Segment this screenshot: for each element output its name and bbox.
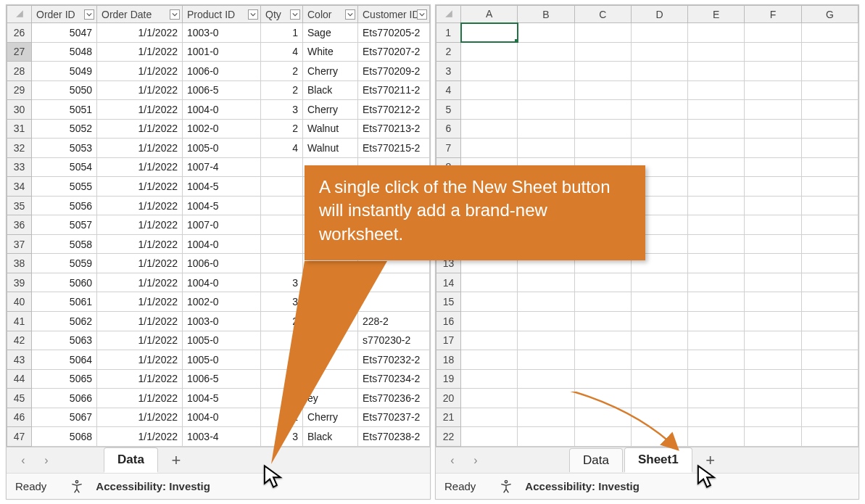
select-all-cell[interactable] (7, 6, 32, 23)
cell[interactable] (631, 292, 687, 312)
cell[interactable] (461, 273, 518, 292)
cell[interactable]: 1/1/2022 (97, 369, 183, 389)
row-header[interactable]: 30 (7, 100, 32, 120)
column-header[interactable]: A (461, 6, 518, 23)
cell[interactable]: 1003-0 (183, 311, 261, 331)
cell[interactable] (574, 350, 631, 370)
cell[interactable] (745, 139, 801, 158)
cell[interactable] (688, 119, 745, 139)
cell[interactable] (518, 389, 574, 408)
row-header[interactable]: 5 (436, 100, 461, 120)
cell[interactable]: 1/1/2022 (97, 350, 183, 370)
cell[interactable]: 1/1/2022 (97, 311, 183, 331)
row-header[interactable]: 31 (7, 119, 32, 139)
cell[interactable]: s770230-2 (358, 331, 430, 350)
cell[interactable] (631, 331, 687, 350)
cell[interactable] (574, 369, 631, 389)
cell[interactable]: 1006-5 (183, 80, 261, 100)
cell[interactable] (261, 389, 303, 408)
cell[interactable]: 1/1/2022 (97, 331, 183, 350)
cell[interactable] (574, 311, 631, 331)
row-header[interactable]: 36 (7, 215, 32, 235)
cell[interactable] (745, 254, 801, 273)
row-header[interactable]: 33 (7, 157, 32, 177)
cell[interactable] (801, 369, 858, 389)
cell[interactable]: Sage (303, 23, 358, 43)
cell[interactable]: 5049 (32, 62, 97, 81)
cell[interactable] (518, 273, 574, 292)
cell[interactable] (801, 389, 858, 408)
cell[interactable] (745, 234, 801, 254)
column-header[interactable]: D (631, 6, 687, 23)
cell[interactable] (461, 42, 518, 62)
cell[interactable] (688, 196, 745, 215)
cell[interactable] (801, 80, 858, 100)
cell[interactable] (801, 331, 858, 350)
cell[interactable] (574, 23, 631, 43)
row-header[interactable]: 42 (7, 331, 32, 350)
cell[interactable] (688, 331, 745, 350)
cell[interactable] (631, 80, 687, 100)
cell[interactable] (631, 427, 687, 447)
filter-dropdown-icon[interactable] (417, 9, 427, 20)
cell[interactable]: 1005-0 (183, 139, 261, 158)
cell[interactable]: 5054 (32, 157, 97, 177)
row-header[interactable]: 4 (436, 80, 461, 100)
filter-dropdown-icon[interactable] (248, 9, 258, 20)
cell[interactable]: 1/1/2022 (97, 119, 183, 139)
cell[interactable]: 1/1/2022 (97, 273, 183, 292)
cell[interactable] (801, 42, 858, 62)
row-header[interactable]: 3 (436, 62, 461, 81)
cell[interactable]: 1004-0 (183, 234, 261, 254)
column-header[interactable]: Qty (261, 6, 303, 23)
row-header[interactable]: 29 (7, 80, 32, 100)
cell[interactable]: 1007-0 (183, 215, 261, 235)
cell[interactable]: 2 (261, 80, 303, 100)
cell[interactable]: 1003-4 (183, 427, 261, 447)
cell[interactable] (745, 389, 801, 408)
cell[interactable] (574, 100, 631, 120)
cell[interactable]: 1004-5 (183, 177, 261, 197)
cell[interactable] (261, 215, 303, 235)
cell[interactable]: 3 (261, 273, 303, 292)
cell[interactable] (688, 273, 745, 292)
cell[interactable] (461, 119, 518, 139)
tab-nav-prev[interactable]: ‹ (12, 451, 34, 470)
cell[interactable]: Cherry (303, 408, 358, 427)
tab-nav-prev[interactable]: ‹ (442, 451, 463, 470)
cell[interactable] (688, 408, 745, 427)
cell[interactable] (631, 273, 687, 292)
cell[interactable] (745, 119, 801, 139)
cell[interactable] (801, 273, 858, 292)
cell[interactable] (801, 427, 858, 447)
cell[interactable]: 2 (261, 119, 303, 139)
cell[interactable] (688, 157, 745, 177)
cell[interactable] (358, 292, 430, 312)
cell[interactable]: 4 (261, 139, 303, 158)
cell[interactable] (574, 331, 631, 350)
cell[interactable] (801, 119, 858, 139)
cell[interactable]: Ets770232-2 (358, 350, 430, 370)
cell[interactable] (631, 62, 687, 81)
row-header[interactable]: 22 (436, 427, 461, 447)
cell[interactable] (801, 62, 858, 81)
cell[interactable]: 1/1/2022 (97, 62, 183, 81)
cell[interactable] (801, 23, 858, 43)
cell[interactable]: 1/1/2022 (97, 215, 183, 235)
row-header[interactable]: 47 (7, 427, 32, 447)
row-header[interactable]: 17 (436, 331, 461, 350)
cell[interactable] (801, 215, 858, 235)
accessibility-status[interactable]: Accessibility: Investig (525, 480, 640, 492)
accessibility-icon[interactable] (70, 479, 84, 494)
cell[interactable]: 5052 (32, 119, 97, 139)
cell[interactable] (688, 177, 745, 197)
cell[interactable] (745, 62, 801, 81)
cell[interactable] (801, 157, 858, 177)
cell[interactable]: 5067 (32, 408, 97, 427)
cell[interactable] (688, 42, 745, 62)
cell[interactable] (801, 177, 858, 197)
cell[interactable]: 1004-0 (183, 408, 261, 427)
cell[interactable]: Ets770209-2 (358, 62, 430, 81)
cell[interactable] (801, 292, 858, 312)
cell[interactable]: 5048 (32, 42, 97, 62)
